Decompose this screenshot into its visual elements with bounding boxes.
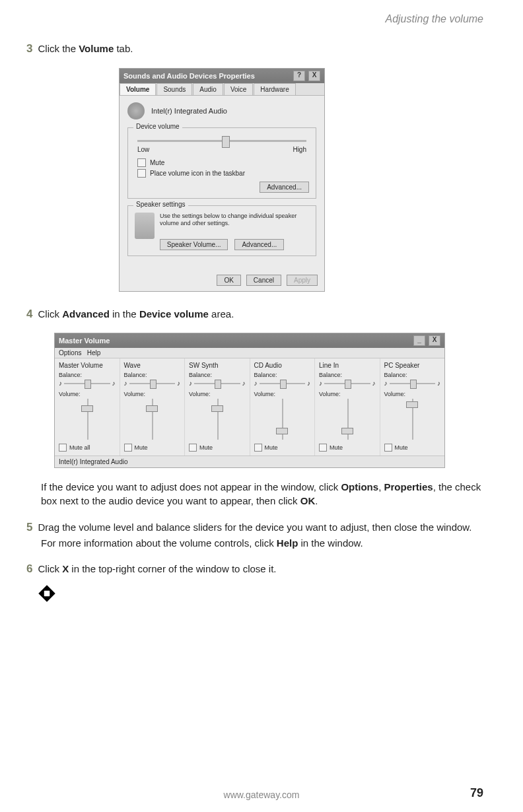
tab-sounds[interactable]: Sounds [157, 83, 192, 95]
mute-checkbox[interactable]: Mute [384, 444, 441, 452]
step-4-number: 4 [26, 308, 32, 320]
step-4-bold2: Device volume [139, 308, 209, 320]
tab-body: Intel(r) Integrated Audio Device volume … [120, 96, 324, 269]
col-swsynth-title: SW Synth [189, 362, 246, 369]
mixer-menubar: Options Help [55, 348, 444, 358]
header-section-title: Adjusting the volume [26, 13, 483, 25]
balance-label: Balance: [59, 372, 116, 378]
volume-slider-master[interactable] [79, 399, 95, 440]
balance-slider[interactable] [129, 383, 176, 384]
speaker-settings-legend: Speaker settings [133, 201, 188, 208]
step-4-bold1: Advanced [62, 308, 110, 320]
balance-slider[interactable] [390, 383, 436, 384]
mute-all-label: Mute all [69, 444, 90, 451]
balance-slider[interactable] [64, 383, 110, 384]
step-6-number: 6 [26, 562, 32, 575]
mute-checkbox[interactable]: Mute [124, 444, 181, 452]
step-4-post: area. [209, 308, 234, 320]
mute-checkbox[interactable]: Mute [319, 444, 376, 452]
speakers-icon [135, 213, 155, 239]
volume-label: Volume: [59, 391, 116, 397]
mute-checkbox[interactable]: Mute [137, 158, 306, 167]
volume-slider-linein[interactable] [339, 399, 355, 440]
label-low: Low [137, 146, 149, 153]
step-5-text-a: Drag the volume level and balance slider… [38, 522, 471, 549]
speaker-settings-group: Speaker settings Use the settings below … [127, 205, 316, 256]
volume-slider-cdaudio[interactable] [274, 399, 290, 440]
advanced-button[interactable]: Advanced... [260, 182, 309, 193]
tab-hardware[interactable]: Hardware [254, 83, 295, 95]
mute-label: Mute [150, 159, 164, 166]
speaker-settings-text: Use the settings below to change individ… [135, 213, 309, 228]
mixer-statusbar: Intel(r) Integrated Audio [55, 456, 444, 467]
taskbar-checkbox[interactable]: Place volume icon in the taskbar [137, 169, 306, 178]
bold-ok: OK [300, 495, 316, 506]
mute-all-checkbox[interactable]: Mute all [59, 444, 116, 452]
screenshot-master-volume: Master Volume _ X Options Help Master Vo… [54, 333, 445, 468]
speaker-volume-button[interactable]: Speaker Volume... [160, 239, 228, 250]
tab-volume[interactable]: Volume [120, 83, 156, 95]
device-volume-group: Device volume Low High Mute Place volume… [127, 127, 316, 199]
bold-properties: Properties [384, 481, 433, 492]
col-linein-title: Line In [319, 362, 376, 369]
volume-slider-wave[interactable] [144, 399, 160, 440]
dialog-titlebar: Sounds and Audio Devices Properties ? X [120, 69, 324, 83]
tab-audio[interactable]: Audio [193, 83, 223, 95]
tab-voice[interactable]: Voice [224, 83, 253, 95]
note-paragraph: If the device you want to adjust does no… [41, 480, 483, 508]
close-icon[interactable]: X [308, 71, 320, 81]
screenshot-sound-properties: Sounds and Audio Devices Properties ? X … [119, 68, 325, 292]
label-high: High [293, 146, 306, 153]
balance-slider[interactable] [324, 383, 370, 384]
step-3: 3Click the Volume tab. [26, 41, 483, 57]
col-cdaudio: CD Audio Balance: ♪♪ Volume: Mute [250, 358, 316, 456]
cancel-button[interactable]: Cancel [246, 275, 281, 286]
step-3-number: 3 [26, 42, 32, 55]
step-6-bold: X [62, 563, 69, 574]
mixer-titlebar: Master Volume _ X [55, 333, 444, 348]
step-4: 4Click Advanced in the Device volume are… [26, 306, 483, 323]
balance-slider[interactable] [194, 383, 240, 384]
footer-url: www.gateway.com [0, 790, 523, 800]
mixer-close-icon[interactable]: X [429, 335, 440, 346]
dialog-title: Sounds and Audio Devices Properties [123, 72, 255, 80]
balance-left-icon: ♪ [59, 380, 62, 387]
taskbar-label: Place volume icon in the taskbar [150, 170, 245, 177]
mute-checkbox[interactable]: Mute [189, 444, 246, 452]
step-6: 6Click X in the top-right corner of the … [26, 561, 483, 578]
device-name: Intel(r) Integrated Audio [151, 107, 227, 115]
ok-button[interactable]: OK [217, 275, 240, 286]
balance-slider[interactable] [260, 383, 306, 384]
help-icon[interactable]: ? [293, 71, 305, 81]
mute-checkbox[interactable]: Mute [254, 444, 311, 452]
bold-options: Options [341, 481, 378, 492]
volume-slider-pcspeaker[interactable] [404, 399, 420, 440]
step-3-text-post: tab. [114, 43, 133, 54]
col-pcspeaker: PC Speaker Balance: ♪♪ Volume: Mute [380, 358, 445, 456]
speaker-advanced-button[interactable]: Advanced... [234, 239, 284, 250]
mixer-title: Master Volume [59, 337, 110, 345]
volume-slider-swsynth[interactable] [209, 399, 225, 440]
col-pcspeaker-title: PC Speaker [384, 362, 441, 369]
minimize-icon[interactable]: _ [413, 335, 425, 346]
step-5-text-b: in the window. [298, 537, 363, 549]
step-3-text-pre: Click the [38, 43, 79, 54]
col-linein: Line In Balance: ♪♪ Volume: Mute [315, 358, 380, 456]
col-wave-title: Wave [124, 362, 181, 369]
tab-row: Volume Sounds Audio Voice Hardware [120, 83, 324, 96]
col-wave: Wave Balance: ♪♪ Volume: Mute [120, 358, 186, 456]
device-volume-legend: Device volume [133, 123, 182, 130]
apply-button[interactable]: Apply [287, 275, 318, 286]
col-swsynth: SW Synth Balance: ♪♪ Volume: Mute [185, 358, 250, 456]
page-number: 79 [470, 786, 483, 800]
balance-right-icon: ♪ [112, 380, 116, 387]
mixer-columns: Master Volume Balance: ♪♪ Volume: Mute a… [55, 358, 444, 456]
speaker-icon [127, 102, 145, 119]
dialog-button-row: OK Cancel Apply [120, 269, 324, 291]
step-3-bold: Volume [79, 43, 114, 54]
menu-options[interactable]: Options [59, 349, 81, 356]
step-4-pre: Click [38, 308, 62, 320]
col-cdaudio-title: CD Audio [254, 362, 311, 369]
volume-slider[interactable] [137, 140, 306, 142]
menu-help[interactable]: Help [87, 349, 101, 356]
